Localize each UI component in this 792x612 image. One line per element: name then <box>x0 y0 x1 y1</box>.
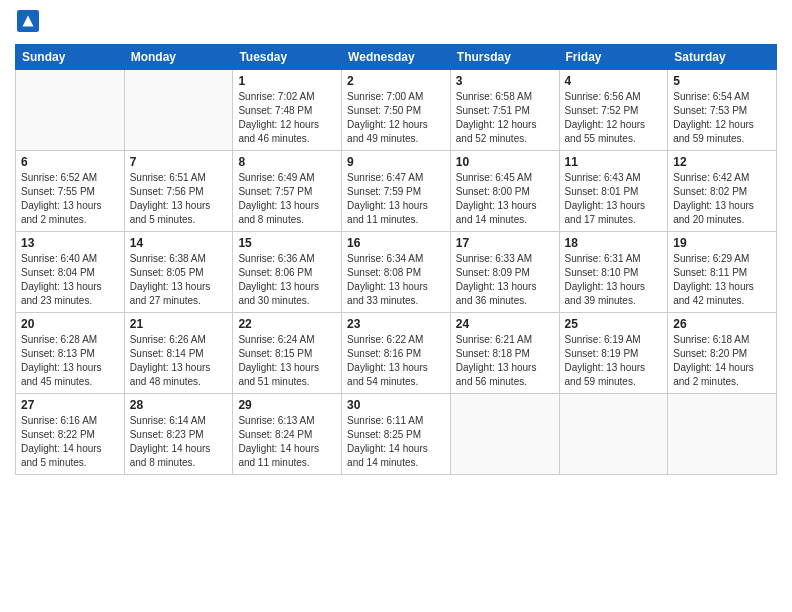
calendar-cell: 17Sunrise: 6:33 AMSunset: 8:09 PMDayligh… <box>450 232 559 313</box>
calendar-cell <box>450 394 559 475</box>
day-number: 11 <box>565 155 663 169</box>
day-info: Sunrise: 6:18 AMSunset: 8:20 PMDaylight:… <box>673 333 771 389</box>
day-number: 17 <box>456 236 554 250</box>
day-header-sunday: Sunday <box>16 45 125 70</box>
calendar-week-2: 6Sunrise: 6:52 AMSunset: 7:55 PMDaylight… <box>16 151 777 232</box>
day-info: Sunrise: 6:38 AMSunset: 8:05 PMDaylight:… <box>130 252 228 308</box>
day-header-saturday: Saturday <box>668 45 777 70</box>
day-number: 16 <box>347 236 445 250</box>
day-number: 26 <box>673 317 771 331</box>
calendar-cell <box>16 70 125 151</box>
day-number: 20 <box>21 317 119 331</box>
calendar-cell: 21Sunrise: 6:26 AMSunset: 8:14 PMDayligh… <box>124 313 233 394</box>
calendar-cell: 15Sunrise: 6:36 AMSunset: 8:06 PMDayligh… <box>233 232 342 313</box>
day-info: Sunrise: 6:28 AMSunset: 8:13 PMDaylight:… <box>21 333 119 389</box>
calendar-week-3: 13Sunrise: 6:40 AMSunset: 8:04 PMDayligh… <box>16 232 777 313</box>
calendar-cell: 22Sunrise: 6:24 AMSunset: 8:15 PMDayligh… <box>233 313 342 394</box>
day-info: Sunrise: 6:19 AMSunset: 8:19 PMDaylight:… <box>565 333 663 389</box>
day-number: 22 <box>238 317 336 331</box>
calendar-week-4: 20Sunrise: 6:28 AMSunset: 8:13 PMDayligh… <box>16 313 777 394</box>
day-number: 6 <box>21 155 119 169</box>
logo-icon <box>17 10 39 32</box>
day-number: 7 <box>130 155 228 169</box>
day-info: Sunrise: 6:26 AMSunset: 8:14 PMDaylight:… <box>130 333 228 389</box>
calendar-cell: 13Sunrise: 6:40 AMSunset: 8:04 PMDayligh… <box>16 232 125 313</box>
day-header-friday: Friday <box>559 45 668 70</box>
day-number: 24 <box>456 317 554 331</box>
day-number: 27 <box>21 398 119 412</box>
calendar-cell: 24Sunrise: 6:21 AMSunset: 8:18 PMDayligh… <box>450 313 559 394</box>
day-info: Sunrise: 6:13 AMSunset: 8:24 PMDaylight:… <box>238 414 336 470</box>
calendar-cell: 26Sunrise: 6:18 AMSunset: 8:20 PMDayligh… <box>668 313 777 394</box>
day-header-thursday: Thursday <box>450 45 559 70</box>
calendar-week-1: 1Sunrise: 7:02 AMSunset: 7:48 PMDaylight… <box>16 70 777 151</box>
day-number: 14 <box>130 236 228 250</box>
calendar-cell <box>559 394 668 475</box>
day-info: Sunrise: 6:11 AMSunset: 8:25 PMDaylight:… <box>347 414 445 470</box>
calendar-cell: 10Sunrise: 6:45 AMSunset: 8:00 PMDayligh… <box>450 151 559 232</box>
calendar-cell: 1Sunrise: 7:02 AMSunset: 7:48 PMDaylight… <box>233 70 342 151</box>
page: SundayMondayTuesdayWednesdayThursdayFrid… <box>0 0 792 612</box>
calendar-cell: 29Sunrise: 6:13 AMSunset: 8:24 PMDayligh… <box>233 394 342 475</box>
day-info: Sunrise: 6:21 AMSunset: 8:18 PMDaylight:… <box>456 333 554 389</box>
calendar-week-5: 27Sunrise: 6:16 AMSunset: 8:22 PMDayligh… <box>16 394 777 475</box>
calendar-cell: 18Sunrise: 6:31 AMSunset: 8:10 PMDayligh… <box>559 232 668 313</box>
header <box>15 10 777 36</box>
calendar-cell: 4Sunrise: 6:56 AMSunset: 7:52 PMDaylight… <box>559 70 668 151</box>
day-info: Sunrise: 6:43 AMSunset: 8:01 PMDaylight:… <box>565 171 663 227</box>
day-number: 23 <box>347 317 445 331</box>
day-number: 19 <box>673 236 771 250</box>
day-number: 12 <box>673 155 771 169</box>
day-number: 2 <box>347 74 445 88</box>
day-info: Sunrise: 6:36 AMSunset: 8:06 PMDaylight:… <box>238 252 336 308</box>
calendar-cell: 14Sunrise: 6:38 AMSunset: 8:05 PMDayligh… <box>124 232 233 313</box>
calendar-header-row: SundayMondayTuesdayWednesdayThursdayFrid… <box>16 45 777 70</box>
day-number: 10 <box>456 155 554 169</box>
calendar-cell: 28Sunrise: 6:14 AMSunset: 8:23 PMDayligh… <box>124 394 233 475</box>
calendar-table: SundayMondayTuesdayWednesdayThursdayFrid… <box>15 44 777 475</box>
day-number: 18 <box>565 236 663 250</box>
calendar-cell: 20Sunrise: 6:28 AMSunset: 8:13 PMDayligh… <box>16 313 125 394</box>
day-info: Sunrise: 6:14 AMSunset: 8:23 PMDaylight:… <box>130 414 228 470</box>
day-info: Sunrise: 6:54 AMSunset: 7:53 PMDaylight:… <box>673 90 771 146</box>
calendar-cell: 11Sunrise: 6:43 AMSunset: 8:01 PMDayligh… <box>559 151 668 232</box>
calendar-cell: 27Sunrise: 6:16 AMSunset: 8:22 PMDayligh… <box>16 394 125 475</box>
calendar-cell: 3Sunrise: 6:58 AMSunset: 7:51 PMDaylight… <box>450 70 559 151</box>
day-info: Sunrise: 6:49 AMSunset: 7:57 PMDaylight:… <box>238 171 336 227</box>
day-info: Sunrise: 6:31 AMSunset: 8:10 PMDaylight:… <box>565 252 663 308</box>
day-number: 15 <box>238 236 336 250</box>
day-info: Sunrise: 6:51 AMSunset: 7:56 PMDaylight:… <box>130 171 228 227</box>
day-number: 5 <box>673 74 771 88</box>
day-number: 25 <box>565 317 663 331</box>
day-info: Sunrise: 6:24 AMSunset: 8:15 PMDaylight:… <box>238 333 336 389</box>
day-info: Sunrise: 6:47 AMSunset: 7:59 PMDaylight:… <box>347 171 445 227</box>
calendar-cell: 7Sunrise: 6:51 AMSunset: 7:56 PMDaylight… <box>124 151 233 232</box>
day-info: Sunrise: 6:42 AMSunset: 8:02 PMDaylight:… <box>673 171 771 227</box>
calendar-cell: 25Sunrise: 6:19 AMSunset: 8:19 PMDayligh… <box>559 313 668 394</box>
day-number: 3 <box>456 74 554 88</box>
day-info: Sunrise: 6:34 AMSunset: 8:08 PMDaylight:… <box>347 252 445 308</box>
day-header-wednesday: Wednesday <box>342 45 451 70</box>
day-info: Sunrise: 6:29 AMSunset: 8:11 PMDaylight:… <box>673 252 771 308</box>
day-number: 9 <box>347 155 445 169</box>
calendar-cell <box>668 394 777 475</box>
day-info: Sunrise: 6:40 AMSunset: 8:04 PMDaylight:… <box>21 252 119 308</box>
day-number: 30 <box>347 398 445 412</box>
day-info: Sunrise: 6:56 AMSunset: 7:52 PMDaylight:… <box>565 90 663 146</box>
day-info: Sunrise: 6:33 AMSunset: 8:09 PMDaylight:… <box>456 252 554 308</box>
day-info: Sunrise: 6:58 AMSunset: 7:51 PMDaylight:… <box>456 90 554 146</box>
calendar-cell: 9Sunrise: 6:47 AMSunset: 7:59 PMDaylight… <box>342 151 451 232</box>
calendar-cell: 30Sunrise: 6:11 AMSunset: 8:25 PMDayligh… <box>342 394 451 475</box>
day-info: Sunrise: 6:16 AMSunset: 8:22 PMDaylight:… <box>21 414 119 470</box>
day-info: Sunrise: 7:00 AMSunset: 7:50 PMDaylight:… <box>347 90 445 146</box>
day-number: 4 <box>565 74 663 88</box>
calendar-cell: 12Sunrise: 6:42 AMSunset: 8:02 PMDayligh… <box>668 151 777 232</box>
logo-block <box>15 10 39 36</box>
day-number: 28 <box>130 398 228 412</box>
day-info: Sunrise: 7:02 AMSunset: 7:48 PMDaylight:… <box>238 90 336 146</box>
calendar-cell <box>124 70 233 151</box>
day-number: 8 <box>238 155 336 169</box>
day-info: Sunrise: 6:45 AMSunset: 8:00 PMDaylight:… <box>456 171 554 227</box>
day-info: Sunrise: 6:22 AMSunset: 8:16 PMDaylight:… <box>347 333 445 389</box>
day-number: 1 <box>238 74 336 88</box>
